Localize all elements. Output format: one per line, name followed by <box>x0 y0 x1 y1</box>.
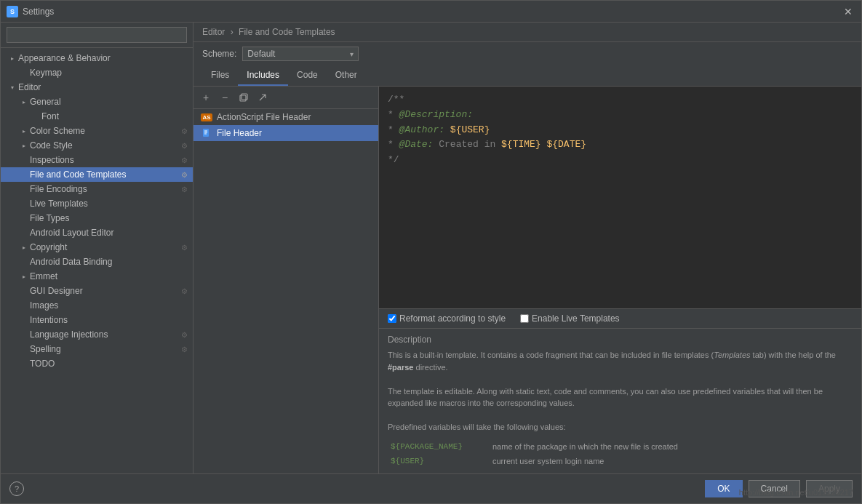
main-content: Appearance & Behavior Keymap Editor Gene… <box>1 23 861 473</box>
sidebar-item-copyright[interactable]: Copyright ⚙ <box>1 240 193 255</box>
sidebar-item-code-style[interactable]: Code Style ⚙ <box>1 138 193 153</box>
expand-arrow <box>7 81 18 93</box>
sidebar-item-emmet[interactable]: Emmet <box>1 269 193 284</box>
var-name: ${PACKAGE_NAME} <box>388 439 490 455</box>
code-line-5: */ <box>388 153 853 168</box>
expand-arrow <box>18 241 30 253</box>
search-input[interactable] <box>7 27 187 43</box>
edit-icon: ⚙ <box>178 329 190 340</box>
search-box <box>1 23 193 48</box>
sidebar-item-intentions[interactable]: Intentions <box>1 313 193 327</box>
var-desc: current user system login name <box>490 454 853 469</box>
expand-arrow <box>18 96 30 108</box>
sidebar-item-file-templates[interactable]: File and Code Templates ⚙ <box>1 167 193 182</box>
file-list-toolbar: + − <box>193 87 378 109</box>
sidebar-item-keymap[interactable]: Keymap <box>1 65 193 80</box>
move-template-button[interactable] <box>255 89 271 105</box>
file-list: AS ActionScript File Header <box>193 109 378 473</box>
edit-icon: ⚙ <box>178 154 190 166</box>
sidebar-item-spelling[interactable]: Spelling ⚙ <box>1 342 193 356</box>
tabs-bar: Files Includes Code Other <box>193 65 861 87</box>
edit-icon: ⚙ <box>178 125 190 137</box>
edit-icon: ⚙ <box>178 140 190 151</box>
sidebar-item-android-data-binding[interactable]: Android Data Binding <box>1 255 193 269</box>
table-row: ${PACKAGE_NAME} name of the package in w… <box>388 439 853 455</box>
expand-arrow <box>7 52 18 64</box>
reformat-label: Reformat according to style <box>399 313 506 324</box>
tab-other[interactable]: Other <box>327 65 366 86</box>
sidebar-item-color-scheme[interactable]: Color Scheme ⚙ <box>1 124 193 138</box>
tab-code[interactable]: Code <box>288 65 327 86</box>
edit-icon: ⚙ <box>178 169 190 180</box>
code-line-3: * @Author: ${USER} <box>388 123 853 138</box>
edit-icon: ⚙ <box>178 183 190 195</box>
watermark: http://blog.csdn.net/u013126217 <box>739 488 853 497</box>
live-templates-option[interactable]: Enable Live Templates <box>520 313 620 324</box>
tab-files[interactable]: Files <box>202 65 238 86</box>
file-item-header[interactable]: File Header <box>193 125 378 141</box>
options-bar: Reformat according to style Enable Live … <box>379 308 861 328</box>
breadcrumb: Editor › File and Code Templates <box>193 23 861 42</box>
variables-table: ${PACKAGE_NAME} name of the package in w… <box>388 439 853 469</box>
move-icon <box>258 92 268 103</box>
code-line-4: * @Date: Created in ${TIME} ${DATE} <box>388 137 853 153</box>
edit-icon: ⚙ <box>178 343 190 355</box>
file-list-panel: + − <box>193 87 379 473</box>
tab-includes[interactable]: Includes <box>238 65 288 86</box>
sidebar-item-live-templates[interactable]: Live Templates <box>1 196 193 211</box>
var-desc: name of the package in which the new fil… <box>490 439 853 455</box>
copy-template-button[interactable] <box>236 89 252 105</box>
sidebar-item-font[interactable]: Font <box>1 109 193 124</box>
edit-icon: ⚙ <box>178 285 190 297</box>
close-button[interactable]: ✕ <box>841 4 855 19</box>
expand-arrow <box>18 271 30 282</box>
reformat-checkbox[interactable] <box>388 314 396 323</box>
svg-rect-0 <box>240 95 246 101</box>
code-line-1: /** <box>388 92 853 108</box>
sidebar-item-images[interactable]: Images <box>1 298 193 313</box>
live-templates-label: Enable Live Templates <box>532 313 620 324</box>
scheme-bar: Scheme: Default ▾ <box>193 42 861 65</box>
actionscript-icon: AS <box>199 111 214 123</box>
scheme-label: Scheme: <box>202 49 236 59</box>
sidebar-item-editor[interactable]: Editor <box>1 80 193 95</box>
dropdown-arrow-icon: ▾ <box>350 50 354 58</box>
expand-arrow <box>18 140 30 151</box>
reformat-option[interactable]: Reformat according to style <box>388 313 506 324</box>
remove-template-button[interactable]: − <box>217 89 233 105</box>
sidebar-item-appearance[interactable]: Appearance & Behavior <box>1 51 193 65</box>
code-editor[interactable]: /** * @Description: * @Author: ${USER} *… <box>379 87 861 308</box>
sidebar-item-android-layout[interactable]: Android Layout Editor <box>1 225 193 240</box>
sidebar-item-file-encodings[interactable]: File Encodings ⚙ <box>1 182 193 196</box>
sidebar-item-todo[interactable]: TODO <box>1 356 193 371</box>
copy-icon <box>239 92 249 103</box>
settings-window: S Settings ✕ Appearance & Behavior Keyma… <box>0 0 862 504</box>
editor-panel: + − <box>193 87 861 473</box>
live-templates-checkbox[interactable] <box>520 314 529 323</box>
content-area: Editor › File and Code Templates Scheme:… <box>193 23 861 473</box>
sidebar-item-language-injections[interactable]: Language Injections ⚙ <box>1 327 193 342</box>
app-icon: S <box>7 6 18 17</box>
file-item-actionscript[interactable]: AS ActionScript File Header <box>193 109 378 125</box>
scheme-select[interactable]: Default ▾ <box>242 47 359 61</box>
sidebar-item-file-types[interactable]: File Types <box>1 211 193 225</box>
add-template-button[interactable]: + <box>198 89 214 105</box>
file-icon <box>201 128 212 138</box>
edit-icon: ⚙ <box>178 241 190 253</box>
sidebar-item-general[interactable]: General <box>1 95 193 109</box>
description-title: Description <box>388 335 853 345</box>
code-line-2: * @Description: <box>388 108 853 123</box>
sidebar-tree: Appearance & Behavior Keymap Editor Gene… <box>1 48 193 473</box>
window-title: Settings <box>23 7 841 17</box>
var-name: ${USER} <box>388 454 490 469</box>
svg-rect-1 <box>242 94 247 100</box>
ok-button[interactable]: OK <box>705 480 742 497</box>
sidebar-item-inspections[interactable]: Inspections ⚙ <box>1 153 193 167</box>
description-panel: Description This is a built-in template.… <box>379 328 861 473</box>
sidebar: Appearance & Behavior Keymap Editor Gene… <box>1 23 193 473</box>
description-body: This is a built-in template. It contains… <box>388 349 853 469</box>
help-button[interactable]: ? <box>9 481 24 496</box>
file-header-icon <box>199 127 214 139</box>
bottom-bar: ? OK Cancel Apply <box>1 473 861 503</box>
sidebar-item-gui-designer[interactable]: GUI Designer ⚙ <box>1 284 193 298</box>
